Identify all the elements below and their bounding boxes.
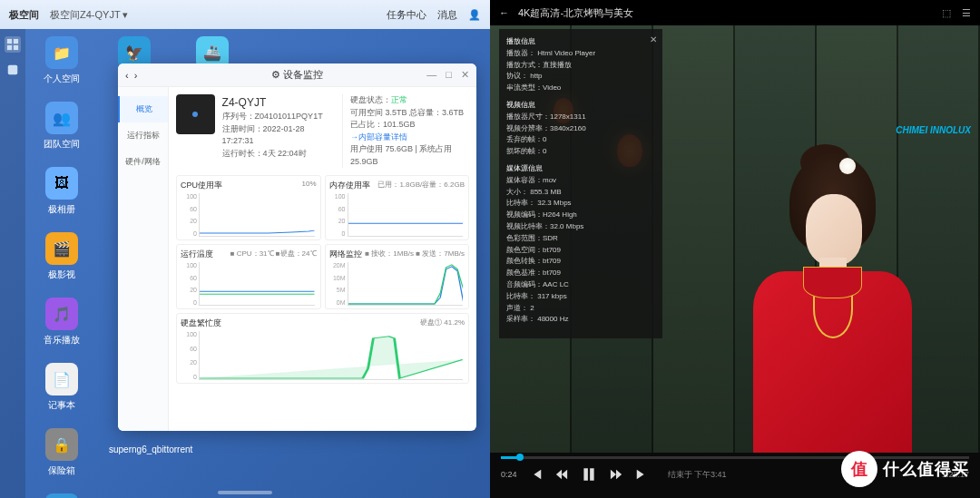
pause-button[interactable] xyxy=(581,466,597,483)
device-selector[interactable]: 极空间Z4-QYJT ▾ xyxy=(50,8,128,22)
window-nav: 概览 运行指标 硬件/网络 xyxy=(118,87,169,431)
icon-music[interactable]: 🎵音乐播放 xyxy=(36,298,87,347)
window-titlebar[interactable]: ‹› ⚙ 设备监控 —□✕ xyxy=(118,63,476,87)
chart-memory: 内存使用率已用：1.8GB/容量：6.2GB 10060200 xyxy=(325,175,470,240)
brand-watermark: CHIMEI INNOLUX xyxy=(896,125,971,135)
back-icon[interactable]: ‹ xyxy=(125,70,129,81)
media-info-panel: ✕ 播放信息 播放器： Html Video Player播放方式：直接播放协议… xyxy=(499,29,662,338)
close-icon[interactable]: ✕ xyxy=(461,69,469,81)
next-button[interactable] xyxy=(635,468,648,481)
svg-rect-0 xyxy=(7,39,12,44)
forward-icon[interactable]: › xyxy=(134,70,138,81)
nav-hardware[interactable]: 硬件/网络 xyxy=(118,149,168,175)
device-image xyxy=(176,94,215,134)
svg-rect-2 xyxy=(7,45,12,50)
icon-video[interactable]: 🎬极影视 xyxy=(36,232,87,281)
icon-team-space[interactable]: 👥团队空间 xyxy=(36,102,87,151)
sidebar-apps[interactable] xyxy=(5,62,21,78)
disk-detail-link[interactable]: →内部容量详情 xyxy=(350,132,469,144)
svg-rect-4 xyxy=(8,65,18,75)
chart-cpu: CPU使用率10% 10060200 xyxy=(176,175,321,240)
cc-icon[interactable]: ☰ xyxy=(962,7,971,19)
end-time: 结束于 下午3:41 xyxy=(668,469,727,481)
device-uptime: 运行时长：4天 22:04时 xyxy=(222,148,335,161)
device-serial: 序列号：Z04101011PQY1T xyxy=(222,111,335,123)
device-monitor-window: ‹› ⚙ 设备监控 —□✕ 概览 运行指标 硬件/网络 Z4-QYJT 序列号：… xyxy=(118,63,476,431)
nas-desktop: 极空间 极空间Z4-QYJT ▾ 任务中心 消息 👤 📁个人空间 👥团队空间 🖼… xyxy=(0,0,490,498)
top-bar: 极空间 极空间Z4-QYJT ▾ 任务中心 消息 👤 xyxy=(0,0,490,29)
back-button[interactable]: ← xyxy=(499,7,509,18)
video-subject xyxy=(726,144,926,453)
svg-rect-1 xyxy=(14,39,18,44)
chart-temp: 运行温度■ CPU：31℃ ■硬盘：24℃ 10060200 xyxy=(176,244,321,309)
chart-disk-busy: 硬盘繁忙度硬盘① 41.2% 10060200 xyxy=(176,313,469,384)
svg-rect-3 xyxy=(14,45,18,50)
messages-link[interactable]: 消息 xyxy=(437,8,457,22)
icon-download[interactable]: ⬇下载 xyxy=(36,493,87,498)
desktop-icons: 📁个人空间 👥团队空间 🖼极相册 🎬极影视 🎵音乐播放 📄记事本 🔒保险箱 ⬇下… xyxy=(36,36,87,498)
video-title: 4K超高清-北京烤鸭与美女 xyxy=(518,6,633,20)
nav-overview[interactable]: 概览 xyxy=(118,96,168,122)
svg-rect-5 xyxy=(583,468,588,481)
sidebar-grid[interactable] xyxy=(5,36,21,53)
icon-notes[interactable]: 📄记事本 xyxy=(36,363,87,412)
disk-status: 正常 xyxy=(391,95,407,104)
device-reg: 注册时间：2022-01-28 17:27:31 xyxy=(222,123,335,148)
video-player: ← 4K超高清-北京烤鸭与美女 ⬚ ☰ ✕ 播放信息 播放器： Html Vid… xyxy=(490,0,980,498)
sidebar xyxy=(0,29,25,498)
svg-rect-6 xyxy=(590,468,594,481)
icon-safe[interactable]: 🔒保险箱 xyxy=(36,428,87,477)
qbittorrent-label[interactable]: superng6_qbittorrent xyxy=(109,444,172,454)
cast-icon[interactable]: ⬚ xyxy=(942,7,951,19)
logo: 极空间 xyxy=(9,8,39,22)
video-titlebar: ← 4K超高清-北京烤鸭与美女 ⬚ ☰ xyxy=(490,0,980,25)
icon-album[interactable]: 🖼极相册 xyxy=(36,167,87,216)
task-center-link[interactable]: 任务中心 xyxy=(387,8,426,22)
icon-personal-space[interactable]: 📁个人空间 xyxy=(36,36,87,85)
maximize-icon[interactable]: □ xyxy=(446,69,452,81)
window-content: Z4-QYJT 序列号：Z04101011PQY1T 注册时间：2022-01-… xyxy=(169,87,476,431)
chart-network: 网络监控■ 接收：1MB/s ■ 发送：7MB/s 20M10M5M0M xyxy=(325,244,470,309)
smzdm-watermark: 值 什么值得买 xyxy=(841,451,969,487)
user-icon[interactable]: 👤 xyxy=(468,9,481,21)
nav-metrics[interactable]: 运行指标 xyxy=(118,122,168,149)
forward-button[interactable] xyxy=(610,468,622,481)
window-title-text: 设备监控 xyxy=(283,69,323,80)
disk-space: 可用空间 3.5TB 总容量：3.6TB 已占比：101.5GB xyxy=(350,107,469,132)
info-close-icon[interactable]: ✕ xyxy=(650,33,657,47)
prev-button[interactable] xyxy=(530,468,543,481)
device-name: Z4-QYJT xyxy=(222,94,335,111)
rewind-button[interactable] xyxy=(555,468,568,481)
minimize-icon[interactable]: — xyxy=(426,69,436,81)
disk-usage: 用户使用 75.6GB | 系统占用 25.9GB xyxy=(350,143,469,168)
current-time: 0:24 xyxy=(501,470,517,479)
taskbar-indicator xyxy=(218,491,272,494)
